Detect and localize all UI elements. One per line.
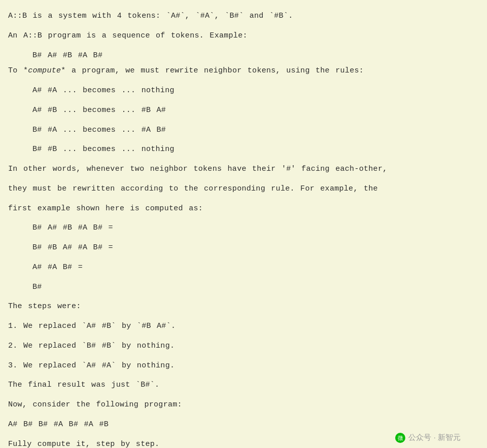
step-2: 2. We replaced `B# #B` by nothing. xyxy=(8,340,475,353)
computation-step-3: A# #A B# = xyxy=(32,262,475,274)
line-1: A::B is a system with 4 tokens: `A#`, `#… xyxy=(8,10,475,23)
watermark: 微 公众号 · 新智元 xyxy=(395,431,461,444)
rule-2: A# #B ... becomes ... #B A# xyxy=(32,104,475,117)
example-program: B# A# #B #A B# xyxy=(32,50,475,62)
rule-1: A# #A ... becomes ... nothing xyxy=(32,85,475,97)
explanation-line-2: they must be rewritten according to the … xyxy=(8,183,475,196)
rules-block: A# #A ... becomes ... nothing A# #B ... … xyxy=(32,85,475,156)
page-wrapper: A::B is a system with 4 tokens: `A#`, `#… xyxy=(8,10,475,448)
rule-4: B# #B ... becomes ... nothing xyxy=(32,143,475,156)
computation-step-4: B# xyxy=(32,281,475,294)
rule-3: B# #A ... becomes ... #A B# xyxy=(32,124,475,137)
line-2: An A::B program is a sequence of tokens.… xyxy=(8,30,475,43)
computation-step-2: B# #B A# #A B# = xyxy=(32,242,475,254)
line-compute-intro: To *compute* a program, we must rewrite … xyxy=(8,65,475,78)
computation-block: B# A# #B #A B# = B# #B A# #A B# = A# #A … xyxy=(32,222,475,293)
computation-step-1: B# A# #B #A B# = xyxy=(32,222,475,235)
explanation-line-1: In other words, whenever two neighbor to… xyxy=(8,163,475,176)
step-3: 3. We replaced `A# #A` by nothing. xyxy=(8,360,475,372)
wechat-icon: 微 xyxy=(395,433,405,443)
now-consider: Now, consider the following program: xyxy=(8,399,475,412)
explanation-line-3: first example shown here is computed as: xyxy=(8,203,475,215)
new-program: A# B# B# #A B# #A #B xyxy=(8,419,475,431)
italic-compute: compute xyxy=(28,66,61,75)
steps-header: The steps were: xyxy=(8,301,475,313)
watermark-text: 公众号 · 新智元 xyxy=(408,431,461,444)
step-final: The final result was just `B#`. xyxy=(8,379,475,392)
step-1: 1. We replaced `A# #B` by `#B A#`. xyxy=(8,320,475,333)
